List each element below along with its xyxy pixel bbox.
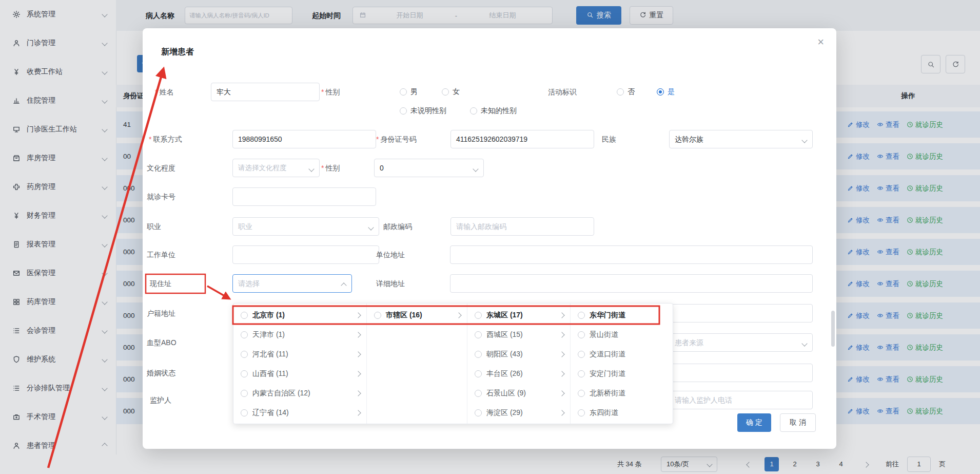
radio-icon <box>475 409 482 416</box>
chevron-down-icon <box>368 224 374 230</box>
cascader-option[interactable]: 西城区 (15) <box>467 325 570 345</box>
cascader-option[interactable]: 海淀区 (29) <box>467 403 570 423</box>
radio-icon <box>475 370 482 377</box>
cascader-option[interactable]: 市辖区 (16) <box>367 306 467 325</box>
radio-active-no[interactable]: 否 <box>617 83 635 101</box>
occupation-label: 职业 <box>147 217 161 236</box>
detail-address-input[interactable] <box>450 274 813 293</box>
id-number-input[interactable]: 411625192602039719 <box>450 130 594 148</box>
cascader-option-label: 交道口街道 <box>590 350 625 359</box>
radio-icon <box>241 370 248 377</box>
household-address-input[interactable] <box>669 304 813 323</box>
chevron-right-icon <box>456 312 461 318</box>
radio-icon <box>241 351 248 358</box>
chevron-right-icon <box>355 371 361 376</box>
cascader-option[interactable]: 天津市 (1) <box>233 325 366 345</box>
chevron-right-icon <box>355 410 361 415</box>
chevron-down-icon <box>801 340 807 346</box>
confirm-button[interactable]: 确 定 <box>737 413 771 432</box>
radio-icon <box>578 351 585 358</box>
visit-card-input[interactable] <box>232 187 376 206</box>
contact-input[interactable]: 19880991650 <box>232 130 376 148</box>
cascader-option-label: 东华门街道 <box>590 311 625 320</box>
marital-status-label: 婚姻状态 <box>147 364 175 382</box>
name-input[interactable]: 牢大 <box>211 83 320 101</box>
work-unit-label: 工作单位 <box>147 245 175 264</box>
cascader-option[interactable]: 河北省 (11) <box>233 345 366 364</box>
radio-icon <box>241 312 248 319</box>
cascader-column: 东城区 (17)西城区 (15)朝阳区 (43)丰台区 (26)石景山区 (9)… <box>467 304 571 424</box>
cascader-option-label: 东城区 (17) <box>486 311 523 320</box>
cascader-option[interactable]: 景山街道 <box>571 325 674 345</box>
radio-icon <box>400 88 407 96</box>
radio-icon <box>400 107 407 115</box>
cascader-option-label: 石景山区 (9) <box>486 389 526 398</box>
radio-checked-icon <box>657 88 664 96</box>
radio-male[interactable]: 男 <box>400 83 418 101</box>
chevron-right-icon <box>559 312 564 318</box>
modal-scrollbar[interactable] <box>831 311 835 347</box>
radio-gender-unstated[interactable]: 未说明性别 <box>400 102 446 120</box>
id-number-label: *身份证号码 <box>376 130 416 148</box>
close-icon[interactable]: × <box>817 36 824 48</box>
chevron-right-icon <box>559 332 564 337</box>
education-select[interactable]: 请选择文化程度 <box>232 159 320 177</box>
cascader-option-label: 北新桥街道 <box>590 389 625 398</box>
screen: 系统管理门诊管理收费工作站住院管理门诊医生工作站库房管理药房管理财务管理报表管理… <box>0 0 980 474</box>
chevron-right-icon <box>355 390 361 396</box>
postal-code-label: 邮政编码 <box>383 217 412 236</box>
contact-label: *联系方式 <box>149 130 182 148</box>
unit-address-input[interactable] <box>450 245 813 264</box>
chevron-right-icon <box>559 390 564 396</box>
address-cascader-panel: 北京市 (1)天津市 (1)河北省 (11)山西省 (11)内蒙古自治区 (12… <box>233 303 673 424</box>
cascader-option[interactable]: 北京市 (1) <box>233 306 366 325</box>
work-unit-input[interactable] <box>232 245 379 264</box>
radio-icon <box>470 107 477 115</box>
radio-icon <box>475 390 482 397</box>
chevron-down-icon <box>308 166 314 172</box>
cascader-option[interactable]: 内蒙古自治区 (12) <box>233 384 366 403</box>
cascader-option[interactable]: 东华门街道 <box>571 306 674 325</box>
cascader-column: 东华门街道景山街道交道口街道安定门街道北新桥街道东四街道 <box>571 304 674 424</box>
cascader-option[interactable]: 辽宁省 (14) <box>233 403 366 423</box>
cascader-option-label: 西城区 (15) <box>486 330 523 339</box>
current-address-cascader-select[interactable]: 请选择 <box>232 274 352 293</box>
cascader-option[interactable]: 山西省 (11) <box>233 364 366 384</box>
radio-female[interactable]: 女 <box>442 83 460 101</box>
radio-icon <box>617 88 624 96</box>
marital-status-input[interactable] <box>669 364 813 382</box>
chevron-down-icon <box>801 137 807 143</box>
add-patient-modal: 新增患者 × *姓名 牢大 *性别 男 女 活动标识 否 是 未说明性别 未知的… <box>143 28 836 449</box>
guardian-phone-input[interactable]: 请输入监护人电话 <box>669 391 813 409</box>
modal-title: 新增患者 <box>161 47 194 58</box>
chevron-right-icon <box>559 410 564 415</box>
cascader-option-label: 海淀区 (29) <box>486 408 523 418</box>
detail-address-label: 详细地址 <box>376 274 405 293</box>
cascader-option-label: 东四街道 <box>590 408 618 418</box>
cascader-option[interactable]: 石景山区 (9) <box>467 384 570 403</box>
radio-icon <box>578 370 585 377</box>
radio-icon <box>578 312 585 319</box>
postal-code-input[interactable]: 请输入邮政编码 <box>450 217 594 236</box>
cascader-option[interactable]: 丰台区 (26) <box>467 364 570 384</box>
cancel-button[interactable]: 取 消 <box>780 413 816 432</box>
cascader-option-label: 辽宁省 (14) <box>252 408 289 418</box>
gender2-select[interactable]: 0 <box>374 159 484 177</box>
current-address-label: 现住址 <box>150 274 171 293</box>
chevron-up-icon <box>341 282 346 288</box>
radio-active-yes[interactable]: 是 <box>657 83 675 101</box>
cascader-option[interactable]: 安定门街道 <box>571 364 674 384</box>
cascader-option[interactable]: 北新桥街道 <box>571 384 674 403</box>
patient-source-select[interactable]: 患者来源 <box>669 333 813 352</box>
radio-icon <box>578 390 585 397</box>
ethnicity-select[interactable]: 达斡尔族 <box>669 130 813 148</box>
cascader-option[interactable]: 东城区 (17) <box>467 306 570 325</box>
cascader-option[interactable]: 交道口街道 <box>571 345 674 364</box>
cascader-option[interactable]: 东四街道 <box>571 403 674 423</box>
cascader-option-label: 安定门街道 <box>590 369 625 378</box>
radio-icon <box>374 312 381 319</box>
cascader-option[interactable]: 朝阳区 (43) <box>467 345 570 364</box>
cascader-column: 市辖区 (16) <box>367 304 467 424</box>
occupation-select[interactable]: 职业 <box>232 217 379 236</box>
radio-gender-unknown[interactable]: 未知的性别 <box>470 102 517 120</box>
